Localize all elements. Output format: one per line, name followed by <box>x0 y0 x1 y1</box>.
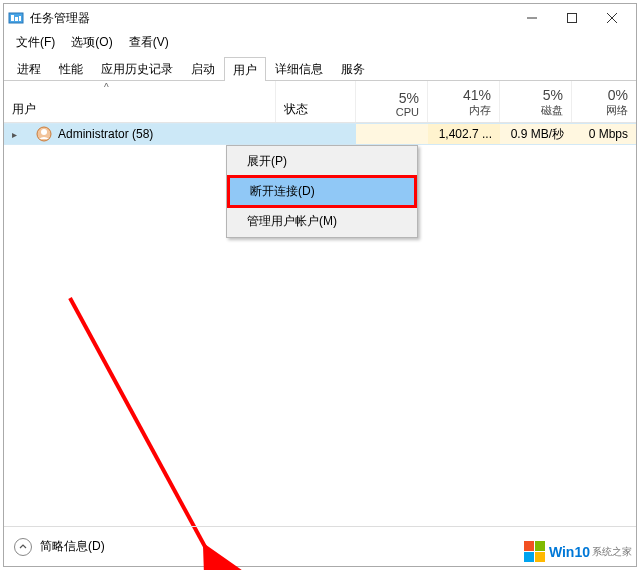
menu-options[interactable]: 选项(O) <box>63 32 120 54</box>
app-icon <box>8 10 24 26</box>
table-row[interactable]: ▸ Administrator (58) 1,402.7 ... 0.9 MB/… <box>4 123 636 145</box>
sort-indicator-icon: ^ <box>104 82 109 93</box>
tab-processes[interactable]: 进程 <box>8 56 50 80</box>
cell-memory: 1,402.7 ... <box>428 124 500 144</box>
svg-rect-2 <box>15 17 18 21</box>
svg-rect-1 <box>11 15 14 21</box>
column-user[interactable]: 用户 ^ <box>4 81 276 122</box>
ctx-expand[interactable]: 展开(P) <box>229 148 415 175</box>
brief-info-label: 简略信息(D) <box>40 538 105 555</box>
svg-rect-3 <box>19 16 21 21</box>
tab-users[interactable]: 用户 <box>224 57 266 81</box>
svg-point-9 <box>41 129 47 135</box>
column-user-label: 用户 <box>12 101 36 118</box>
user-avatar-icon <box>36 126 52 142</box>
context-menu: 展开(P) 断开连接(D) 管理用户帐户(M) <box>226 145 418 238</box>
tab-performance[interactable]: 性能 <box>50 56 92 80</box>
disk-pct: 5% <box>543 87 563 103</box>
cell-status <box>276 124 356 144</box>
mem-label: 内存 <box>469 103 491 118</box>
menu-view[interactable]: 查看(V) <box>121 32 177 54</box>
maximize-button[interactable] <box>552 6 592 30</box>
watermark-sub: 系统之家 <box>592 545 632 559</box>
tab-services[interactable]: 服务 <box>332 56 374 80</box>
ctx-disconnect[interactable]: 断开连接(D) <box>230 178 414 205</box>
cpu-label: CPU <box>396 106 419 118</box>
column-status[interactable]: 状态 <box>276 81 356 122</box>
mem-pct: 41% <box>463 87 491 103</box>
chevron-right-icon[interactable]: ▸ <box>12 129 24 140</box>
tab-startup[interactable]: 启动 <box>182 56 224 80</box>
window-title: 任务管理器 <box>30 10 512 27</box>
user-name: Administrator (58) <box>58 127 153 141</box>
column-cpu[interactable]: 5% CPU <box>356 81 428 122</box>
net-label: 网络 <box>606 103 628 118</box>
column-network[interactable]: 0% 网络 <box>572 81 636 122</box>
menu-file[interactable]: 文件(F) <box>8 32 63 54</box>
watermark-brand: Win10 <box>549 544 590 560</box>
cell-disk: 0.9 MB/秒 <box>500 124 572 144</box>
tab-apphistory[interactable]: 应用历史记录 <box>92 56 182 80</box>
column-memory[interactable]: 41% 内存 <box>428 81 500 122</box>
close-button[interactable] <box>592 6 632 30</box>
cell-network: 0 Mbps <box>572 124 636 144</box>
cell-cpu <box>356 124 428 144</box>
disk-label: 磁盘 <box>541 103 563 118</box>
chevron-up-circle-icon <box>14 538 32 556</box>
column-disk[interactable]: 5% 磁盘 <box>500 81 572 122</box>
watermark: Win10 系统之家 <box>524 541 632 562</box>
brief-info-toggle[interactable]: 简略信息(D) <box>14 538 105 556</box>
cpu-pct: 5% <box>399 90 419 106</box>
minimize-button[interactable] <box>512 6 552 30</box>
windows-logo-icon <box>524 541 545 562</box>
tab-details[interactable]: 详细信息 <box>266 56 332 80</box>
ctx-manage-account[interactable]: 管理用户帐户(M) <box>229 208 415 235</box>
svg-rect-5 <box>568 14 577 23</box>
net-pct: 0% <box>608 87 628 103</box>
annotation-highlight-box: 断开连接(D) <box>227 175 417 208</box>
